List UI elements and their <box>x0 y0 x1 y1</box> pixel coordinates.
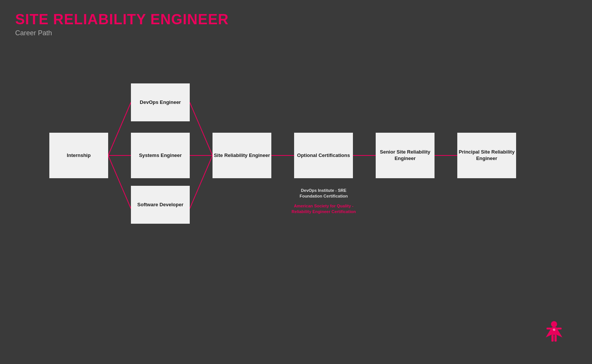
career-diagram: Internship DevOps Engineer Systems Engin… <box>38 61 562 288</box>
svg-text:G: G <box>553 328 555 331</box>
header: SITE RELIABILITY ENGINEER Career Path <box>15 11 229 37</box>
svg-line-5 <box>190 155 213 209</box>
svg-rect-11 <box>551 335 554 342</box>
page-subtitle: Career Path <box>15 29 229 37</box>
box-software: Software Developer <box>131 186 190 224</box>
svg-rect-13 <box>546 328 551 329</box>
svg-rect-14 <box>557 328 562 329</box>
logo: G <box>539 318 569 349</box>
box-sre: Site Reliability Engineer <box>213 133 271 178</box>
box-devops: DevOps Engineer <box>131 83 190 121</box>
box-optional-certs: Optional Certifications <box>294 133 353 178</box>
svg-point-9 <box>551 321 557 327</box>
box-internship: Internship <box>49 133 108 178</box>
box-senior-sre: Senior Site Reliability Engineer <box>376 133 435 178</box>
box-systems: Systems Engineer <box>131 133 190 178</box>
cert-text-container: DevOps Institute - SRE Foundation Certif… <box>291 188 356 215</box>
svg-line-3 <box>190 102 213 155</box>
logo-svg: G <box>539 318 569 349</box>
page-title: SITE RELIABILITY ENGINEER <box>15 11 229 28</box>
box-principal-sre: Principal Site Reliability Engineer <box>457 133 516 178</box>
cert-asq: American Society for Quality - Reliabili… <box>291 203 356 215</box>
cert-devops-institute: DevOps Institute - SRE Foundation Certif… <box>291 188 356 199</box>
svg-line-2 <box>108 155 131 209</box>
svg-line-0 <box>108 102 131 155</box>
svg-rect-12 <box>554 335 557 342</box>
